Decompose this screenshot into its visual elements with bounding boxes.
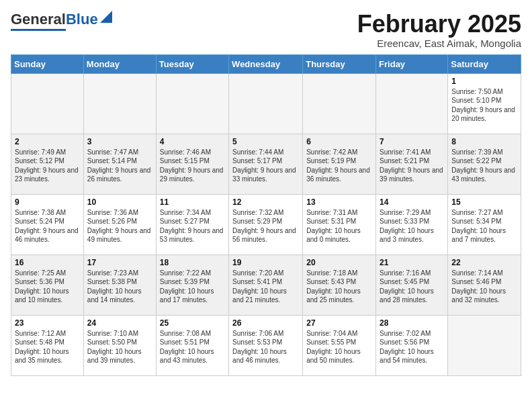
day-number: 18 [160, 258, 225, 267]
day-info: Sunrise: 7:06 AM Sunset: 5:53 PM Dayligh… [232, 329, 299, 365]
day-info: Sunrise: 7:38 AM Sunset: 5:24 PM Dayligh… [15, 208, 80, 244]
day-number: 13 [306, 197, 372, 207]
day-info: Sunrise: 7:36 AM Sunset: 5:26 PM Dayligh… [87, 208, 152, 244]
calendar-day-cell: 18Sunrise: 7:22 AM Sunset: 5:39 PM Dayli… [156, 255, 228, 315]
calendar-day-cell: 12Sunrise: 7:32 AM Sunset: 5:29 PM Dayli… [229, 194, 303, 255]
calendar-day-cell: 9Sunrise: 7:38 AM Sunset: 5:24 PM Daylig… [11, 194, 84, 255]
day-info: Sunrise: 7:34 AM Sunset: 5:27 PM Dayligh… [160, 208, 225, 244]
page-title: February 2025 [357, 11, 521, 38]
calendar-week-row: 2Sunrise: 7:49 AM Sunset: 5:12 PM Daylig… [11, 134, 521, 194]
day-info: Sunrise: 7:29 AM Sunset: 5:33 PM Dayligh… [380, 208, 444, 244]
day-number: 10 [87, 197, 152, 207]
day-info: Sunrise: 7:12 AM Sunset: 5:48 PM Dayligh… [15, 329, 80, 365]
day-number: 15 [451, 197, 517, 207]
day-info: Sunrise: 7:32 AM Sunset: 5:29 PM Dayligh… [232, 208, 299, 244]
day-number: 20 [306, 258, 372, 267]
day-info: Sunrise: 7:31 AM Sunset: 5:31 PM Dayligh… [306, 208, 372, 244]
day-info: Sunrise: 7:41 AM Sunset: 5:21 PM Dayligh… [380, 148, 444, 184]
day-info: Sunrise: 7:47 AM Sunset: 5:14 PM Dayligh… [87, 148, 152, 184]
calendar-day-cell: 8Sunrise: 7:39 AM Sunset: 5:22 PM Daylig… [448, 134, 521, 194]
day-number: 23 [15, 318, 80, 328]
calendar-day-cell: 3Sunrise: 7:47 AM Sunset: 5:14 PM Daylig… [83, 134, 156, 194]
logo-general: General [11, 11, 66, 28]
day-number: 22 [451, 258, 517, 267]
logo: General Blue [11, 11, 112, 31]
day-info: Sunrise: 7:39 AM Sunset: 5:22 PM Dayligh… [451, 148, 517, 184]
calendar-day-cell: 4Sunrise: 7:46 AM Sunset: 5:15 PM Daylig… [156, 134, 228, 194]
day-info: Sunrise: 7:44 AM Sunset: 5:17 PM Dayligh… [232, 148, 299, 184]
calendar-day-cell: 28Sunrise: 7:02 AM Sunset: 5:56 PM Dayli… [376, 315, 448, 375]
calendar-day-cell [229, 73, 303, 134]
day-number: 3 [87, 137, 152, 146]
calendar-day-cell: 11Sunrise: 7:34 AM Sunset: 5:27 PM Dayli… [156, 194, 228, 255]
day-info: Sunrise: 7:16 AM Sunset: 5:45 PM Dayligh… [380, 269, 444, 305]
weekday-header-tuesday: Tuesday [156, 54, 228, 73]
day-number: 21 [380, 258, 444, 267]
day-info: Sunrise: 7:10 AM Sunset: 5:50 PM Dayligh… [87, 329, 152, 365]
weekday-header-friday: Friday [376, 54, 448, 73]
title-block: February 2025 Ereencav, East Aimak, Mong… [357, 11, 521, 49]
day-info: Sunrise: 7:49 AM Sunset: 5:12 PM Dayligh… [15, 148, 80, 184]
weekday-header-thursday: Thursday [303, 54, 376, 73]
calendar-day-cell: 7Sunrise: 7:41 AM Sunset: 5:21 PM Daylig… [376, 134, 448, 194]
calendar-week-row: 16Sunrise: 7:25 AM Sunset: 5:36 PM Dayli… [11, 255, 521, 315]
day-info: Sunrise: 7:14 AM Sunset: 5:46 PM Dayligh… [451, 269, 517, 305]
page-header: General Blue February 2025 Ereencav, Eas… [11, 11, 521, 49]
calendar-day-cell: 16Sunrise: 7:25 AM Sunset: 5:36 PM Dayli… [11, 255, 84, 315]
day-number: 5 [232, 137, 299, 146]
day-number: 24 [87, 318, 152, 328]
calendar-day-cell: 19Sunrise: 7:20 AM Sunset: 5:41 PM Dayli… [229, 255, 303, 315]
logo-blue: Blue [66, 11, 98, 28]
day-number: 14 [380, 197, 444, 207]
day-info: Sunrise: 7:22 AM Sunset: 5:39 PM Dayligh… [160, 269, 225, 305]
calendar-day-cell [11, 73, 84, 134]
calendar-day-cell: 13Sunrise: 7:31 AM Sunset: 5:31 PM Dayli… [303, 194, 376, 255]
day-number: 25 [160, 318, 225, 328]
day-number: 1 [451, 77, 517, 86]
day-info: Sunrise: 7:08 AM Sunset: 5:51 PM Dayligh… [160, 329, 225, 365]
weekday-header-wednesday: Wednesday [229, 54, 303, 73]
calendar-day-cell [156, 73, 228, 134]
day-number: 7 [380, 137, 444, 146]
calendar-day-cell: 5Sunrise: 7:44 AM Sunset: 5:17 PM Daylig… [229, 134, 303, 194]
day-number: 28 [380, 318, 444, 328]
calendar-day-cell [376, 73, 448, 134]
calendar-day-cell: 20Sunrise: 7:18 AM Sunset: 5:43 PM Dayli… [303, 255, 376, 315]
calendar-day-cell: 21Sunrise: 7:16 AM Sunset: 5:45 PM Dayli… [376, 255, 448, 315]
calendar-day-cell: 6Sunrise: 7:42 AM Sunset: 5:19 PM Daylig… [303, 134, 376, 194]
day-number: 9 [15, 197, 80, 207]
calendar-day-cell: 23Sunrise: 7:12 AM Sunset: 5:48 PM Dayli… [11, 315, 84, 375]
day-info: Sunrise: 7:46 AM Sunset: 5:15 PM Dayligh… [160, 148, 225, 184]
calendar-day-cell: 14Sunrise: 7:29 AM Sunset: 5:33 PM Dayli… [376, 194, 448, 255]
day-number: 26 [232, 318, 299, 328]
day-number: 17 [87, 258, 152, 267]
calendar-day-cell: 26Sunrise: 7:06 AM Sunset: 5:53 PM Dayli… [229, 315, 303, 375]
day-info: Sunrise: 7:02 AM Sunset: 5:56 PM Dayligh… [380, 329, 444, 365]
calendar-day-cell [83, 73, 156, 134]
calendar-week-row: 1Sunrise: 7:50 AM Sunset: 5:10 PM Daylig… [11, 73, 521, 134]
weekday-header-monday: Monday [83, 54, 156, 73]
calendar-day-cell: 27Sunrise: 7:04 AM Sunset: 5:55 PM Dayli… [303, 315, 376, 375]
calendar-day-cell: 10Sunrise: 7:36 AM Sunset: 5:26 PM Dayli… [83, 194, 156, 255]
calendar-day-cell [303, 73, 376, 134]
day-number: 19 [232, 258, 299, 267]
calendar-week-row: 9Sunrise: 7:38 AM Sunset: 5:24 PM Daylig… [11, 194, 521, 255]
day-number: 8 [451, 137, 517, 146]
calendar-table: SundayMondayTuesdayWednesdayThursdayFrid… [11, 54, 521, 376]
day-info: Sunrise: 7:27 AM Sunset: 5:34 PM Dayligh… [451, 208, 517, 244]
day-number: 2 [15, 137, 80, 146]
calendar-day-cell: 1Sunrise: 7:50 AM Sunset: 5:10 PM Daylig… [448, 73, 521, 134]
logo-underline [11, 29, 66, 31]
weekday-header-sunday: Sunday [11, 54, 84, 73]
calendar-day-cell: 22Sunrise: 7:14 AM Sunset: 5:46 PM Dayli… [448, 255, 521, 315]
weekday-header-saturday: Saturday [448, 54, 521, 73]
calendar-day-cell: 24Sunrise: 7:10 AM Sunset: 5:50 PM Dayli… [83, 315, 156, 375]
day-number: 27 [306, 318, 372, 328]
page-subtitle: Ereencav, East Aimak, Mongolia [357, 38, 521, 49]
day-number: 12 [232, 197, 299, 207]
calendar-header-row: SundayMondayTuesdayWednesdayThursdayFrid… [11, 54, 521, 73]
calendar-day-cell: 17Sunrise: 7:23 AM Sunset: 5:38 PM Dayli… [83, 255, 156, 315]
day-info: Sunrise: 7:42 AM Sunset: 5:19 PM Dayligh… [306, 148, 372, 184]
calendar-day-cell [448, 315, 521, 375]
calendar-day-cell: 25Sunrise: 7:08 AM Sunset: 5:51 PM Dayli… [156, 315, 228, 375]
